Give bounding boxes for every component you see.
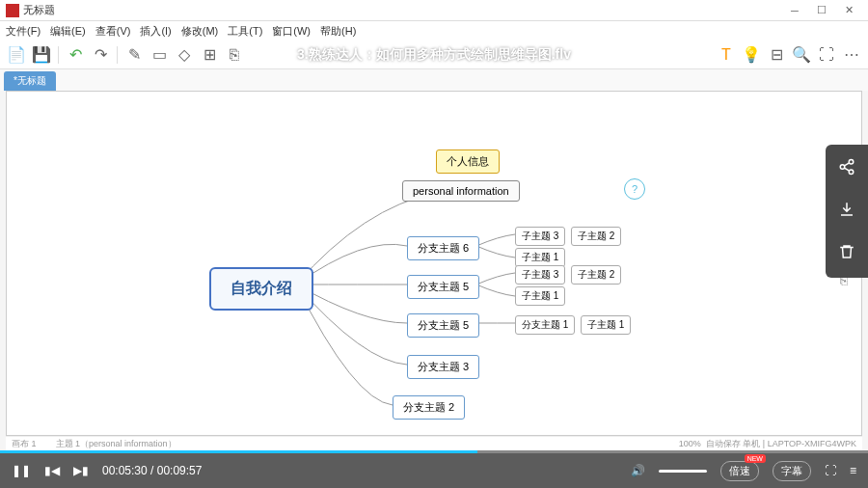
new-badge: NEW [745,454,766,463]
sub-node[interactable]: 子主题 1 [515,286,565,306]
svg-point-1 [840,165,845,170]
hint-bubble-icon[interactable]: ? [624,178,645,200]
sub-node[interactable]: 子主题 2 [571,227,621,246]
playlist-button[interactable]: ≡ [850,464,856,477]
toolbar: 📄 💾 ↶ ↷ ✎ ▭ ◇ ⊞ ⎘ 3.熟练达人：如何用多种方式绘制思维导图.f… [0,41,868,69]
svg-line-3 [844,163,849,166]
node-personal-info-cn[interactable]: 个人信息 [436,149,500,174]
time-display: 00:05:30 / 00:09:57 [102,464,202,477]
node-branch-3[interactable]: 分支主题 3 [407,355,479,379]
svg-point-0 [849,160,854,165]
video-controls: ❚❚ ▮◀ ▶▮ 00:05:30 / 00:09:57 🔊 倍速 NEW 字幕… [0,453,868,488]
svg-point-2 [849,170,854,175]
fullscreen-icon[interactable]: ⛶ [818,46,835,64]
save-status: 自动保存 单机 | LAPTOP-XMIFG4WPK [706,439,856,448]
fullscreen-button[interactable]: ⛶ [825,464,836,477]
node-branch-5a[interactable]: 分支主题 5 [407,275,479,299]
zoom-level: 100% [679,439,701,448]
menu-window[interactable]: 窗口(W) [272,24,311,39]
tool-icon[interactable]: ◇ [176,46,193,64]
app-statusbar: 画布 1 主题 1（personal information） 100% 自动保… [6,436,862,450]
sub-node[interactable]: 子主题 3 [515,265,565,285]
prev-button[interactable]: ▮◀ [44,464,60,477]
menu-view[interactable]: 查看(V) [95,24,131,39]
bulb-icon[interactable]: 💡 [743,46,760,64]
save-icon[interactable]: 💾 [33,46,50,64]
speed-button[interactable]: 倍速 NEW [720,461,759,481]
node-branch-6[interactable]: 分支主题 6 [407,236,479,260]
sub-node[interactable]: 子主题 1 [515,248,565,267]
svg-line-4 [844,168,849,171]
new-file-icon[interactable]: 📄 [8,46,25,64]
more-icon[interactable]: ⋯ [843,46,860,64]
action-panel [826,145,868,278]
next-button[interactable]: ▶▮ [73,464,89,477]
app-title: 无标题 [23,3,55,17]
selection-info: 主题 1（personal information） [56,438,176,450]
redo-icon[interactable]: ↷ [92,46,109,64]
share-icon[interactable] [838,158,855,179]
search-icon[interactable]: 🔍 [793,46,810,64]
pause-button[interactable]: ❚❚ [12,464,31,477]
sub-node[interactable]: 子主题 3 [515,227,565,246]
app-icon [6,4,19,17]
node-branch-5b[interactable]: 分支主题 5 [407,313,479,338]
undo-icon[interactable]: ↶ [67,46,84,64]
minimize-button[interactable]: ─ [781,5,808,16]
sub-node[interactable]: 子主题 1 [581,315,631,335]
tool-icon[interactable]: ✎ [125,46,143,64]
node-personal-info-en[interactable]: personal information [402,180,520,202]
mindmap-canvas[interactable]: 自我介绍 个人信息 personal information 分支主题 6 分支… [6,91,862,436]
style-icon[interactable]: T [718,46,735,64]
menu-bar: 文件(F) 编辑(E) 查看(V) 插入(I) 修改(M) 工具(T) 窗口(W… [0,21,868,41]
volume-icon[interactable]: 🔊 [631,464,645,477]
root-node[interactable]: 自我介绍 [209,267,313,311]
menu-file[interactable]: 文件(F) [6,24,41,39]
menu-modify[interactable]: 修改(M) [181,24,219,39]
subtitle-button[interactable]: 字幕 [773,461,811,481]
tool-icon[interactable]: ⎘ [226,46,243,64]
menu-insert[interactable]: 插入(I) [140,24,171,39]
document-tab[interactable]: *无标题 [4,71,56,91]
menu-edit[interactable]: 编辑(E) [50,24,86,39]
close-button[interactable]: ✕ [835,4,862,16]
node-branch-2[interactable]: 分支主题 2 [393,395,465,420]
volume-slider[interactable] [659,470,707,473]
tool-icon[interactable]: ▭ [150,46,168,64]
menu-help[interactable]: 帮助(H) [320,24,356,39]
maximize-button[interactable]: ☐ [808,4,835,16]
video-title: 3.熟练达人：如何用多种方式绘制思维导图.flv [297,46,571,64]
tool-icon[interactable]: ⊟ [768,46,785,64]
menu-tools[interactable]: 工具(T) [228,24,262,39]
delete-icon[interactable] [838,243,855,264]
sheet-name: 画布 1 [12,438,37,450]
sub-node[interactable]: 分支主题 1 [515,315,575,335]
tab-bar: *无标题 [0,69,868,91]
tool-icon[interactable]: ⊞ [201,46,218,64]
download-icon[interactable] [838,201,855,222]
sub-node[interactable]: 子主题 2 [571,265,621,285]
window-titlebar: 无标题 ─ ☐ ✕ [0,0,868,21]
